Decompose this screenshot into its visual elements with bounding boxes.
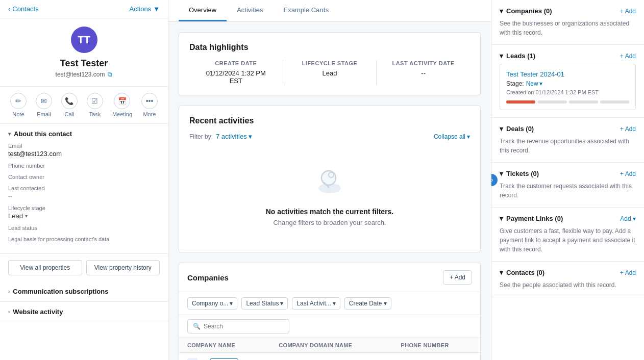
view-all-properties-button[interactable]: View all properties <box>8 260 82 275</box>
right-deals-add-link[interactable]: + Add <box>620 125 636 133</box>
tab-activities[interactable]: Activities <box>227 0 273 21</box>
lead-stage-row: Stage: New ▾ <box>506 80 629 87</box>
view-property-history-button[interactable]: View property history <box>86 260 160 275</box>
email-value: test@test123.com <box>8 150 160 158</box>
tab-example-cards[interactable]: Example Cards <box>273 0 339 21</box>
call-action[interactable]: 📞 Call <box>61 93 78 117</box>
col-domain-name: COMPANY DOMAIN NAME <box>270 338 392 353</box>
companies-add-button[interactable]: + Add <box>443 270 472 285</box>
about-chevron-icon: ▾ <box>8 131 11 137</box>
phone-field-row: Phone number <box>8 163 160 169</box>
empty-activities-icon <box>312 164 348 199</box>
lead-stage-value[interactable]: New ▾ <box>526 80 542 87</box>
left-panel: ‹ Contacts Actions ▼ TT Test Tester test… <box>0 0 168 360</box>
right-payment-chevron-icon: ▾ <box>500 215 503 222</box>
about-section-header[interactable]: ▾ About this contact <box>8 130 160 138</box>
left-header: ‹ Contacts Actions ▼ <box>0 0 168 18</box>
right-contacts-title[interactable]: ▾ Contacts (0) <box>500 269 544 276</box>
note-action[interactable]: ✏ Note <box>10 93 27 117</box>
right-tickets-title[interactable]: ▾ Tickets (0) <box>500 170 539 177</box>
right-companies-header: ▾ Companies (0) + Add <box>500 7 636 15</box>
lead-card-title[interactable]: Test Tester 2024-01 <box>506 70 629 78</box>
lead-progress-bar <box>506 100 629 104</box>
filter-activities-link[interactable]: 7 activities ▾ <box>216 133 252 140</box>
create-date-highlight: CREATE DATE 01/12/2024 1:32 PM EST <box>189 60 283 85</box>
lead-filter-chevron: ▾ <box>280 300 283 307</box>
meeting-icon: 📅 <box>114 93 130 109</box>
communication-subscriptions-header[interactable]: › Communication subscriptions <box>0 281 168 301</box>
right-companies-desc: See the businesses or organizations asso… <box>500 19 636 37</box>
right-tickets-add-link[interactable]: + Add <box>620 170 636 177</box>
right-leads-add-link[interactable]: + Add <box>620 53 636 60</box>
meeting-action[interactable]: 📅 Meeting <box>112 93 132 117</box>
right-payment-desc: Give customers a fast, flexible way to p… <box>500 226 636 254</box>
collapse-all-link[interactable]: Collapse all ▾ <box>434 133 470 140</box>
back-link[interactable]: ‹ Contacts <box>8 5 39 13</box>
tab-overview[interactable]: Overview <box>179 0 227 21</box>
contact-email-row: test@test123.com ⧉ <box>56 71 113 78</box>
right-payment-add-link[interactable]: Add ▾ <box>620 215 636 222</box>
progress-seg-4 <box>600 100 629 104</box>
website-chevron-icon: › <box>8 309 10 315</box>
right-companies-section: ▾ Companies (0) + Add See the businesses… <box>491 0 644 45</box>
lead-card: Test Tester 2024-01 Stage: New ▾ Created… <box>500 64 636 110</box>
highlights-grid: CREATE DATE 01/12/2024 1:32 PM EST LIFEC… <box>189 60 470 85</box>
domain-name-cell: test123.com ↗ <box>270 353 392 361</box>
company-name-filter[interactable]: Company o... ▾ <box>187 297 237 310</box>
empty-activities-title: No activities match the current filters. <box>266 208 394 216</box>
last-activity-value: -- <box>387 69 460 77</box>
last-activity-filter[interactable]: Last Activit... ▾ <box>292 297 340 310</box>
table-scroll: COMPANY NAME COMPANY DOMAIN NAME PHONE N… <box>179 338 480 360</box>
website-activity-header[interactable]: › Website activity <box>0 302 168 322</box>
lifecycle-stage-value: Lead <box>293 69 366 77</box>
lifecycle-stage-highlight: LIFECYCLE STAGE Lead <box>283 60 377 85</box>
task-action[interactable]: ☑ Task <box>87 93 103 117</box>
right-leads-title[interactable]: ▾ Leads (1) <box>500 52 535 60</box>
right-tickets-chevron-icon: ▾ <box>500 170 503 177</box>
about-section: ▾ About this contact Email test@test123.… <box>0 124 168 254</box>
table-header-row: COMPANY NAME COMPANY DOMAIN NAME PHONE N… <box>179 338 480 353</box>
right-payment-title[interactable]: ▾ Payment Links (0) <box>500 215 563 222</box>
copy-email-icon[interactable]: ⧉ <box>108 71 112 78</box>
lifecycle-field-row: Lifecycle stage Lead ▾ <box>8 205 160 220</box>
activity-filter-chevron: ▾ <box>333 300 336 307</box>
right-panel: » ▾ Companies (0) + Add See the business… <box>491 0 644 360</box>
right-contacts-add-link[interactable]: + Add <box>620 269 636 276</box>
email-field-row: Email test@test123.com <box>8 143 160 158</box>
empty-activities-subtitle: Change filters to broaden your search. <box>273 219 386 226</box>
right-deals-desc: Track the revenue opportunities associat… <box>500 137 636 155</box>
main-content: Data highlights CREATE DATE 01/12/2024 1… <box>168 22 491 360</box>
search-input[interactable] <box>204 323 284 330</box>
email-icon: ✉ <box>36 93 52 109</box>
filter-bar: Filter by: 7 activities ▾ Collapse all ▾ <box>189 133 470 140</box>
right-deals-title[interactable]: ▾ Deals (0) <box>500 125 534 133</box>
search-box: 🔍 <box>187 319 289 333</box>
main-panel: Overview Activities Example Cards Data h… <box>168 0 491 360</box>
lifecycle-value: Lead ▾ <box>8 212 160 220</box>
col-phone-number: PHONE NUMBER <box>393 338 480 353</box>
actions-menu[interactable]: Actions ▼ <box>129 5 160 13</box>
email-action[interactable]: ✉ Email <box>36 93 52 117</box>
right-companies-add-link[interactable]: + Add <box>620 8 636 15</box>
right-deals-chevron-icon: ▾ <box>500 125 503 133</box>
payment-add-chevron-icon: ▾ <box>633 215 636 222</box>
phone-number-cell: -- <box>393 353 480 361</box>
right-tickets-section: ▾ Tickets (0) + Add Track the customer r… <box>491 163 644 208</box>
more-action[interactable]: ••• More <box>141 93 158 117</box>
task-icon: ☑ <box>87 93 103 109</box>
right-companies-title[interactable]: ▾ Companies (0) <box>500 7 552 15</box>
companies-table: COMPANY NAME COMPANY DOMAIN NAME PHONE N… <box>179 338 480 360</box>
contact-email: test@test123.com <box>56 71 105 78</box>
owner-field-row: Contact owner <box>8 174 160 180</box>
svg-point-2 <box>329 172 334 177</box>
stage-dropdown-icon: ▾ <box>539 80 542 87</box>
last-activity-highlight: LAST ACTIVITY DATE -- <box>377 60 470 85</box>
create-date-filter[interactable]: Create Date ▾ <box>344 297 391 310</box>
right-leads-header: ▾ Leads (1) + Add <box>500 52 636 60</box>
col-company-name: COMPANY NAME <box>179 338 270 353</box>
lead-created: Created on 01/12/2024 1:32 PM EST <box>506 89 629 95</box>
action-icons-bar: ✏ Note ✉ Email 📞 Call ☑ Task 📅 Meeting •… <box>0 87 168 124</box>
right-payment-header: ▾ Payment Links (0) Add ▾ <box>500 215 636 222</box>
lead-status-filter[interactable]: Lead Status ▾ <box>241 297 288 310</box>
lifecycle-dropdown-icon[interactable]: ▾ <box>25 213 28 219</box>
